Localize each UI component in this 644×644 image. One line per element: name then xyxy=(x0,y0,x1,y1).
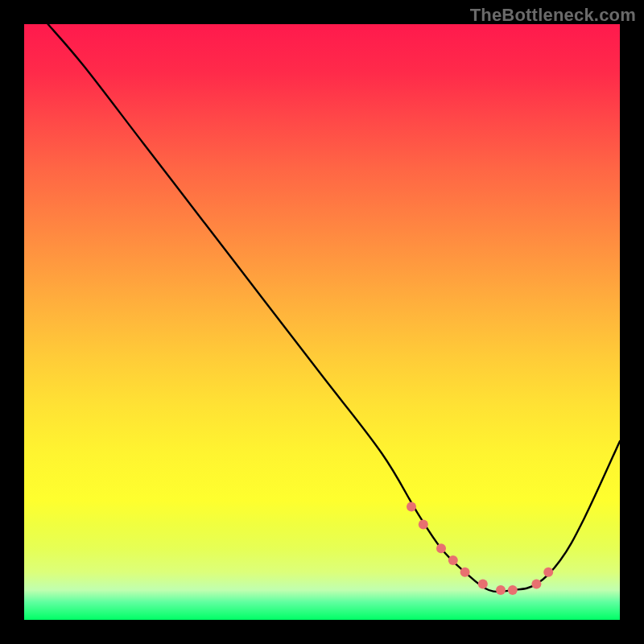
marker-dot xyxy=(448,555,458,565)
chart-svg xyxy=(24,24,620,620)
chart-frame: TheBottleneck.com xyxy=(0,0,644,644)
marker-dot xyxy=(419,520,428,530)
highlight-markers xyxy=(407,502,553,595)
marker-dot xyxy=(531,580,541,589)
marker-dot xyxy=(478,580,488,589)
bottleneck-curve xyxy=(48,24,620,592)
watermark-text: TheBottleneck.com xyxy=(470,5,636,26)
marker-dot xyxy=(496,585,506,595)
marker-dot xyxy=(460,568,470,577)
plot-area xyxy=(24,24,620,620)
marker-dot xyxy=(436,543,446,553)
marker-dot xyxy=(508,585,518,595)
marker-dot xyxy=(543,568,553,577)
marker-dot xyxy=(407,502,416,511)
